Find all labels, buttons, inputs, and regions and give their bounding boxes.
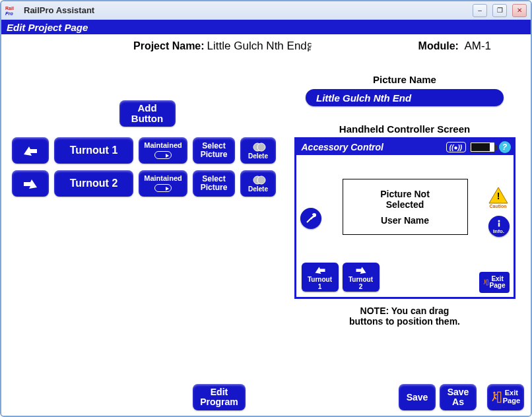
module-group: Module: AM-1 bbox=[418, 40, 491, 53]
turnout-button[interactable]: Turnout 1 bbox=[54, 137, 133, 164]
save-button[interactable]: Save bbox=[399, 384, 436, 410]
svg-marker-13 bbox=[356, 267, 366, 274]
info-button[interactable]: Info. bbox=[488, 216, 510, 237]
delete-icon bbox=[252, 141, 264, 153]
handheld-screen-label: Handheld Controller Screen bbox=[290, 123, 519, 135]
drag-note: NOTE: You can drag buttons to position t… bbox=[290, 305, 519, 327]
svg-point-17 bbox=[493, 392, 495, 394]
exit-running-icon bbox=[483, 276, 488, 289]
wrench-icon bbox=[305, 212, 317, 224]
maintained-toggle-icon bbox=[154, 151, 172, 159]
info-icon bbox=[494, 219, 504, 228]
caution-button[interactable]: ! Caution bbox=[487, 187, 510, 208]
maintained-label: Maintained bbox=[144, 142, 182, 150]
info-label: Info. bbox=[493, 228, 504, 234]
svg-rect-16 bbox=[498, 392, 501, 402]
delete-icon bbox=[252, 174, 264, 186]
picture-name-value: Little Gulch Nth End bbox=[316, 92, 411, 104]
maintained-toggle-icon bbox=[154, 184, 172, 192]
maintained-button[interactable]: Maintained bbox=[139, 170, 187, 197]
select-picture-button[interactable]: Select Picture bbox=[193, 170, 235, 197]
preview-exit-page-button[interactable]: Exit Page bbox=[479, 272, 510, 293]
delete-label: Delete bbox=[248, 186, 268, 193]
preview-turnout2-label: Turnout 2 bbox=[347, 276, 376, 290]
app-window: RailPro RailPro Assistant – ❐ ✕ Edit Pro… bbox=[0, 0, 532, 417]
help-icon[interactable]: ? bbox=[499, 141, 511, 153]
save-as-button[interactable]: Save As bbox=[440, 384, 477, 410]
svg-marker-2 bbox=[24, 146, 37, 156]
picture-placeholder[interactable]: Picture Not Selected User Name bbox=[343, 179, 468, 235]
titlebar: RailPro RailPro Assistant – ❐ ✕ bbox=[1, 1, 531, 20]
button-editor-area: Add Button Turnout 1 Maintained Select P… bbox=[12, 100, 283, 203]
project-name-label: Project Name: bbox=[133, 40, 205, 52]
arrow-up-right-icon bbox=[21, 176, 40, 191]
svg-marker-12 bbox=[315, 267, 325, 274]
svg-point-7 bbox=[257, 176, 265, 184]
window-close-button[interactable]: ✕ bbox=[512, 4, 527, 17]
picture-name-pill[interactable]: Little Gulch Nth End bbox=[306, 89, 504, 106]
caution-icon: ! bbox=[488, 187, 508, 204]
handheld-screen-frame: Accessory Control ((●)) ? Picture Not Se… bbox=[294, 137, 515, 299]
exit-running-icon bbox=[491, 389, 502, 405]
wireless-indicator-icon: ((●)) bbox=[446, 142, 466, 152]
svg-marker-5 bbox=[24, 179, 37, 189]
drag-note-line1: NOTE: You can drag bbox=[290, 305, 519, 316]
arrow-up-right-button[interactable] bbox=[12, 170, 49, 197]
window-minimize-button[interactable]: – bbox=[473, 4, 487, 17]
svg-rect-11 bbox=[498, 222, 499, 226]
picture-name-label: Picture Name bbox=[290, 74, 519, 85]
preview-turnout2-button[interactable]: Turnout 2 bbox=[343, 263, 380, 292]
svg-text:!: ! bbox=[496, 191, 500, 201]
preview-exit-page-label: Exit Page bbox=[490, 276, 506, 289]
arrow-up-left-icon bbox=[21, 143, 40, 158]
arrow-up-left-button[interactable] bbox=[12, 137, 49, 164]
svg-point-4 bbox=[257, 143, 265, 151]
project-dirty-mark: CF bbox=[308, 43, 312, 52]
maintained-button[interactable]: Maintained bbox=[139, 137, 187, 164]
app-title: RailPro Assistant bbox=[24, 5, 467, 15]
user-name-text: User Name bbox=[381, 215, 429, 226]
page-header: Edit Project Page bbox=[1, 20, 531, 34]
battery-indicator-icon bbox=[470, 142, 495, 152]
drag-note-line2: buttons to position them. bbox=[290, 316, 519, 327]
button-row: Turnout 1 Maintained Select Picture Dele… bbox=[12, 137, 283, 164]
delete-button[interactable]: Delete bbox=[240, 137, 276, 164]
picture-not-selected-line1: Picture Not bbox=[380, 189, 430, 199]
project-info-row: Project Name: Little Gulch Nth End CF Mo… bbox=[1, 34, 531, 55]
app-logo-icon: RailPro bbox=[5, 5, 20, 16]
maintained-label: Maintained bbox=[144, 175, 182, 183]
screen-title-text: Accessory Control bbox=[302, 142, 383, 152]
arrow-up-left-icon bbox=[313, 264, 327, 276]
project-name-value: Little Gulch Nth End bbox=[207, 40, 307, 53]
exit-page-label: Exit Page bbox=[503, 389, 520, 404]
delete-label: Delete bbox=[248, 153, 268, 160]
module-label: Module: bbox=[418, 40, 459, 51]
turnout-button[interactable]: Turnout 2 bbox=[54, 170, 133, 197]
delete-button[interactable]: Delete bbox=[240, 170, 276, 197]
edit-program-button[interactable]: Edit Program bbox=[193, 384, 246, 410]
arrow-up-right-icon bbox=[354, 264, 368, 276]
exit-page-button[interactable]: Exit Page bbox=[487, 384, 524, 410]
screen-body: Picture Not Selected User Name ! Caution… bbox=[296, 155, 514, 297]
svg-text:Pro: Pro bbox=[5, 11, 13, 16]
picture-not-selected-line2: Selected bbox=[386, 199, 424, 210]
content-area: Project Name: Little Gulch Nth End CF Mo… bbox=[1, 34, 531, 416]
module-value: AM-1 bbox=[464, 40, 491, 52]
preview-turnout1-button[interactable]: Turnout 1 bbox=[302, 263, 339, 292]
preview-area: Picture Name Little Gulch Nth End Handhe… bbox=[290, 71, 519, 327]
preview-turnout1-label: Turnout 1 bbox=[306, 276, 335, 290]
button-row: Turnout 2 Maintained Select Picture Dele… bbox=[12, 170, 283, 197]
tools-button[interactable] bbox=[300, 208, 321, 229]
svg-point-15 bbox=[484, 280, 485, 281]
svg-text:Rail: Rail bbox=[5, 6, 14, 11]
window-maximize-button[interactable]: ❐ bbox=[492, 4, 507, 17]
select-picture-button[interactable]: Select Picture bbox=[193, 137, 235, 164]
screen-titlebar: Accessory Control ((●)) ? bbox=[296, 139, 514, 155]
svg-point-10 bbox=[498, 220, 500, 222]
svg-rect-14 bbox=[486, 280, 488, 285]
add-button[interactable]: Add Button bbox=[119, 100, 176, 127]
page-header-title: Edit Project Page bbox=[7, 22, 88, 33]
footer: Edit Program Save Save As Exit Page bbox=[1, 383, 531, 412]
caution-label: Caution bbox=[489, 204, 506, 208]
